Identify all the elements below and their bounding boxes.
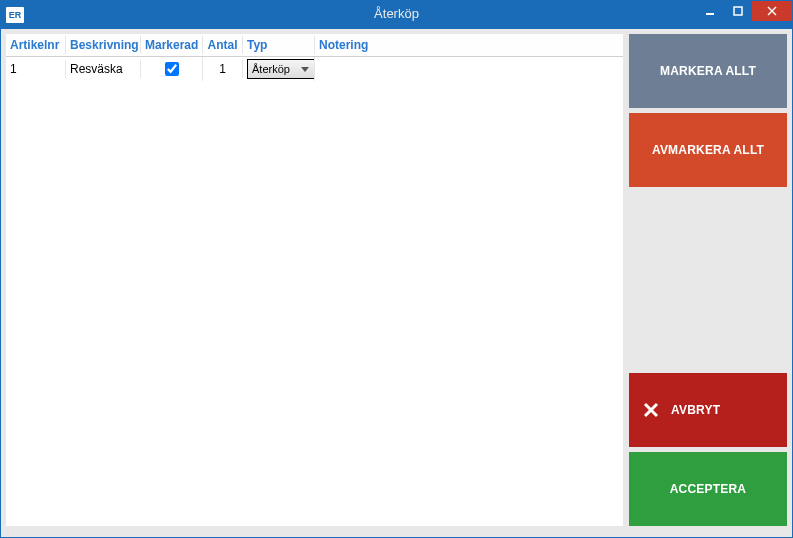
maximize-icon xyxy=(733,6,743,16)
titlebar: ER Återköp xyxy=(1,1,792,29)
window-buttons xyxy=(696,1,792,21)
col-header-markerad[interactable]: Markerad xyxy=(141,36,203,54)
cell-typ: Återköp xyxy=(243,57,315,81)
avbryt-button[interactable]: AVBRYT xyxy=(629,373,787,447)
svg-rect-0 xyxy=(706,13,714,15)
sidebar-spacer xyxy=(629,192,787,368)
close-icon xyxy=(767,6,777,16)
cell-notering[interactable] xyxy=(315,67,623,71)
col-header-notering[interactable]: Notering xyxy=(315,36,623,54)
cell-artikelnr: 1 xyxy=(6,60,66,78)
grid-header: Artikelnr Beskrivning Markerad Antal Typ… xyxy=(6,34,623,57)
cell-beskrivning: Resväska xyxy=(66,60,141,78)
markerad-checkbox[interactable] xyxy=(165,62,179,76)
window-title: Återköp xyxy=(1,6,792,21)
avmarkera-allt-button[interactable]: AVMARKERA ALLT xyxy=(629,113,787,187)
close-button[interactable] xyxy=(752,1,792,21)
table-row[interactable]: 1 Resväska 1 Återköp xyxy=(6,57,623,81)
grid-panel: Artikelnr Beskrivning Markerad Antal Typ… xyxy=(6,34,623,526)
acceptera-button[interactable]: ACCEPTERA xyxy=(629,452,787,526)
avmarkera-allt-label: AVMARKERA ALLT xyxy=(652,143,764,157)
status-strip xyxy=(1,531,792,537)
acceptera-label: ACCEPTERA xyxy=(670,482,746,496)
maximize-button[interactable] xyxy=(724,1,752,21)
col-header-beskrivning[interactable]: Beskrivning xyxy=(66,36,141,54)
typ-dropdown[interactable]: Återköp xyxy=(247,59,315,79)
col-header-antal[interactable]: Antal xyxy=(203,36,243,54)
col-header-typ[interactable]: Typ xyxy=(243,36,315,54)
cell-antal: 1 xyxy=(203,60,243,78)
avbryt-label: AVBRYT xyxy=(671,403,720,417)
col-header-artikelnr[interactable]: Artikelnr xyxy=(6,36,66,54)
minimize-button[interactable] xyxy=(696,1,724,21)
markera-allt-label: MARKERA ALLT xyxy=(660,64,756,78)
cancel-x-icon xyxy=(641,400,661,420)
window: ER Återköp Artikelnr Beskrivning Markera… xyxy=(0,0,793,538)
svg-rect-1 xyxy=(734,7,742,15)
markera-allt-button[interactable]: MARKERA ALLT xyxy=(629,34,787,108)
body-area: Artikelnr Beskrivning Markerad Antal Typ… xyxy=(1,29,792,531)
cell-markerad xyxy=(141,57,203,81)
typ-dropdown-value: Återköp xyxy=(252,63,290,75)
minimize-icon xyxy=(705,6,715,16)
sidebar: MARKERA ALLT AVMARKERA ALLT AVBRYT ACCEP… xyxy=(629,34,787,526)
